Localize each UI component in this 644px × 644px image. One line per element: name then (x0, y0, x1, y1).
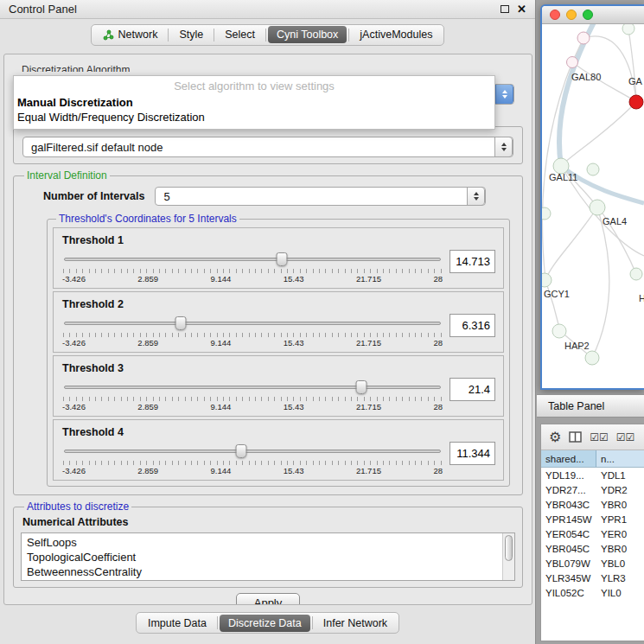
network-window-titlebar (542, 6, 644, 24)
apply-button[interactable]: Apply (236, 593, 301, 605)
tab-label: Infer Network (323, 617, 387, 629)
select-all-icon[interactable]: ☑☑ (590, 431, 609, 443)
dropdown-option-manual-discretization[interactable]: Manual Discretization (14, 95, 494, 110)
table-row[interactable]: YPR145W YPR1 (541, 512, 644, 526)
table-row[interactable]: YBR043C YBR0 (541, 497, 644, 512)
column-header-shared-name[interactable]: shared... (541, 450, 596, 467)
list-item[interactable]: BetweennessCentrality (27, 564, 501, 579)
tab-select[interactable]: Select (216, 26, 264, 43)
threshold-slider[interactable] (64, 381, 441, 394)
tab-label: Select (225, 29, 255, 41)
scale-tick-label: 21.715 (356, 274, 381, 284)
number-of-intervals-value: 5 (163, 190, 169, 203)
cell-name: YBR0 (596, 497, 644, 512)
tab-discretize-data[interactable]: Discretize Data (220, 615, 310, 632)
slider-thumb[interactable] (276, 252, 287, 266)
tab-style[interactable]: Style (170, 26, 212, 43)
number-of-intervals-combobox[interactable]: 5 (155, 187, 486, 206)
table-row[interactable]: YDR27... YDR2 (541, 482, 644, 497)
control-panel-title: Control Panel (9, 3, 77, 16)
up-arrow-icon (501, 143, 507, 146)
threshold-label: Threshold 1 (62, 234, 443, 246)
up-arrow-icon (502, 90, 507, 93)
algorithm-dropdown-popup: Select algorithm to view settings Manual… (13, 75, 495, 130)
network-node[interactable] (552, 324, 566, 338)
float-window-icon[interactable] (501, 5, 509, 13)
cell-name: YDL1 (596, 468, 644, 482)
threshold-value-field[interactable]: 21.4 (450, 378, 495, 401)
threshold-label: Threshold 3 (62, 362, 443, 374)
tab-divider (217, 616, 218, 629)
network-node[interactable] (630, 268, 642, 280)
network-edge-thick[interactable] (559, 24, 596, 166)
cell-shared-name: YDL19... (541, 468, 596, 482)
threshold-label: Threshold 2 (62, 298, 443, 310)
numerical-attributes-list[interactable]: SelfLoops TopologicalCoefficient Between… (21, 532, 515, 581)
network-node[interactable] (622, 24, 634, 35)
network-node[interactable] (542, 207, 551, 220)
list-item[interactable]: SelfLoops (27, 535, 501, 550)
tab-cyni-toolbox[interactable]: Cyni Toolbox (268, 26, 347, 43)
combobox-stepper-icon[interactable] (495, 84, 513, 105)
network-node[interactable] (542, 273, 552, 287)
threshold-slider[interactable] (64, 445, 441, 458)
thresholds-group-label: Threshold's Coordinates for 5 Intervals (56, 213, 239, 225)
threshold-value-field[interactable]: 14.713 (450, 250, 495, 273)
minimize-traffic-light-icon[interactable] (566, 10, 577, 20)
dropdown-option-equal-width-frequency[interactable]: Equal Width/Frequency Discretization (14, 110, 494, 124)
scale-tick-label: 2.859 (137, 274, 158, 284)
threshold-value-field[interactable]: 6.316 (450, 314, 495, 337)
columns-icon[interactable] (569, 431, 582, 443)
scale-tick-label: 9.144 (211, 274, 232, 284)
list-item[interactable]: TopologicalCoefficient (27, 550, 501, 564)
tab-infer-network[interactable]: Infer Network (315, 615, 396, 632)
list-scrollbar[interactable] (502, 533, 514, 580)
network-node[interactable] (590, 200, 605, 215)
scale-tick-label: 15.43 (284, 274, 304, 284)
tab-impute-data[interactable]: Impute Data (139, 615, 215, 632)
column-header-name[interactable]: n... (596, 450, 644, 467)
select-none-icon[interactable]: ☑☑ (616, 431, 635, 443)
combobox-stepper-icon[interactable] (494, 137, 513, 157)
slider-track[interactable] (64, 450, 441, 453)
threshold-value-field[interactable]: 11.344 (450, 442, 495, 465)
algorithm-group-label: Discretization Algorithm (22, 65, 130, 72)
close-icon[interactable]: ✕ (517, 3, 526, 15)
table-row[interactable]: YLR345W YLR3 (541, 571, 644, 585)
maximize-traffic-light-icon[interactable] (583, 10, 593, 20)
threshold-slider[interactable] (64, 317, 441, 330)
table-row[interactable]: YER054C YER0 (541, 526, 644, 541)
scrollbar-thumb[interactable] (505, 535, 513, 561)
combobox-stepper-icon[interactable] (467, 187, 485, 206)
network-node[interactable] (567, 57, 578, 68)
node-label-gcy1: GCY1 (544, 289, 570, 299)
network-node[interactable] (577, 32, 590, 44)
slider-thumb[interactable] (356, 380, 367, 394)
slider-track[interactable] (64, 386, 441, 389)
cell-name: YIL0 (596, 585, 644, 600)
tab-jactivemodules[interactable]: jActiveModules (351, 26, 441, 43)
network-node[interactable] (587, 163, 599, 175)
table-data-combobox[interactable]: galFiltered.sif default node (22, 137, 513, 157)
threshold-slider[interactable] (64, 253, 441, 266)
scale-tick-label: 15.43 (284, 402, 304, 411)
gear-icon[interactable]: ⚙ (549, 430, 561, 444)
table-row[interactable]: YBL079W YBL0 (541, 556, 644, 571)
slider-thumb[interactable] (175, 316, 187, 330)
slider-ticks (63, 333, 442, 337)
slider-scale: -3.426 2.859 9.144 15.43 21.715 28 (62, 274, 443, 284)
close-traffic-light-icon[interactable] (550, 10, 560, 20)
slider-track[interactable] (64, 258, 441, 261)
network-canvas[interactable]: GAL80 GA GAL11 GAL4 GCY1 H HAP2 (542, 24, 644, 390)
cell-shared-name: YLR345W (541, 571, 596, 585)
table-row[interactable]: YBR045C YBR0 (541, 541, 644, 556)
table-row[interactable]: YDL19... YDL1 (541, 468, 644, 482)
network-node[interactable] (585, 351, 599, 365)
slider-track[interactable] (64, 322, 441, 325)
scale-tick-label: -3.426 (62, 402, 86, 411)
scale-tick-label: 15.43 (284, 466, 304, 475)
table-row[interactable]: YIL052C YIL0 (541, 585, 644, 600)
slider-thumb[interactable] (235, 444, 246, 458)
network-node-selected-red[interactable] (629, 95, 643, 109)
tab-network[interactable]: Network (94, 26, 167, 43)
